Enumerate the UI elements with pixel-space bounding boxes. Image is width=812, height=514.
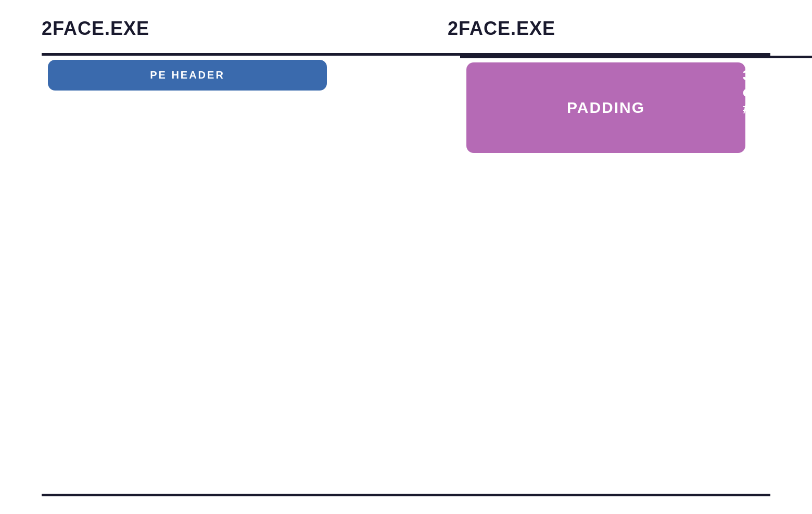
- rows-wrapper: PE HEADER PADDING 32k chunk #1: [42, 53, 770, 496]
- cell-mid-header: [333, 56, 448, 95]
- mid-title-cell: [333, 18, 448, 49]
- row-header: PE HEADER: [42, 56, 460, 95]
- right-file-title: 2FACE.EXE: [448, 18, 555, 45]
- padding1-block: PADDING: [466, 62, 745, 153]
- left-file-title: 2FACE.EXE: [42, 18, 149, 45]
- cell-right-header: [448, 56, 460, 95]
- pe-header-block: PE HEADER: [48, 60, 327, 91]
- cell-left-header: PE HEADER: [42, 56, 333, 95]
- left-title-cell: 2FACE.EXE: [42, 18, 333, 49]
- diagram: 2FACE.EXE 2FACE.EXE PE HEADER PADDING: [42, 18, 770, 496]
- right-title-cell: 2FACE.EXE: [448, 18, 770, 49]
- titles-row: 2FACE.EXE 2FACE.EXE: [42, 18, 770, 53]
- cell-left-padding1: PADDING: [460, 58, 752, 157]
